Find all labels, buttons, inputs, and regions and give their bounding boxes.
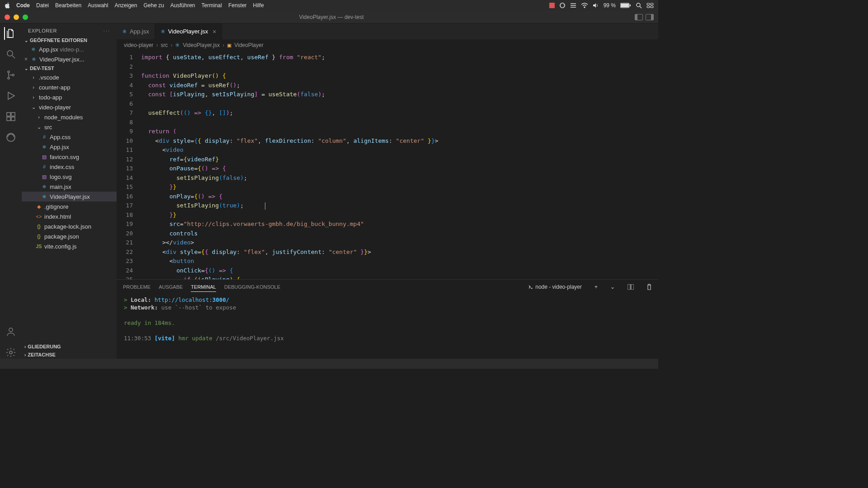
status-control-icon[interactable] [646, 3, 654, 8]
svg-rect-26 [627, 284, 630, 290]
js-file-icon: JS [35, 244, 42, 249]
tab-app[interactable]: ⚛ App.jsx [117, 23, 155, 39]
split-terminal-icon[interactable] [627, 284, 634, 290]
svg-rect-19 [7, 113, 10, 116]
terminal-output[interactable]: > Local: http://localhost:3000/ > Networ… [117, 294, 658, 359]
open-editor-item[interactable]: × ⚛ VideoPlayer.jsx... [22, 54, 117, 64]
source-control-icon[interactable] [5, 69, 17, 81]
svg-rect-27 [631, 284, 634, 290]
outline-header[interactable]: › GLIEDERUNG [22, 343, 117, 351]
menu-selection[interactable]: Auswahl [88, 2, 108, 9]
svg-point-25 [9, 351, 12, 354]
status-battery-icon [620, 3, 631, 8]
code-editor[interactable]: 1234567891011121314151617181920212223242… [117, 51, 658, 279]
menu-window[interactable]: Fenster [228, 2, 247, 9]
close-icon[interactable]: × [24, 56, 28, 62]
react-file-icon: ⚛ [122, 28, 127, 35]
trash-icon[interactable] [646, 284, 652, 290]
settings-gear-icon[interactable] [5, 346, 17, 359]
chevron-down-icon: ⌄ [35, 124, 42, 130]
minimize-window-button[interactable] [14, 14, 19, 20]
remote-icon[interactable] [5, 131, 17, 144]
status-bar[interactable] [0, 359, 658, 369]
menu-run[interactable]: Ausführen [170, 2, 195, 9]
minimap[interactable] [648, 51, 658, 279]
svg-rect-6 [621, 4, 629, 7]
file-item[interactable]: ▨logo.svg [22, 172, 117, 182]
toggle-panel-icon[interactable] [646, 14, 654, 20]
menu-edit[interactable]: Bearbeiten [55, 2, 81, 9]
file-item[interactable]: #App.css [22, 132, 117, 142]
open-editors-header[interactable]: ⌄ GEÖFFNETE EDITOREN [22, 36, 117, 44]
folder-item[interactable]: ›.vscode [22, 72, 117, 82]
search-icon[interactable] [5, 48, 17, 61]
file-item[interactable]: JSvite.config.js [22, 241, 117, 251]
status-rec-icon [549, 3, 555, 8]
react-file-icon: ⚛ [175, 42, 180, 48]
breadcrumb[interactable]: video-player› src› ⚛ VideoPlayer.jsx› ▣ … [117, 39, 658, 51]
tab-videoplayer[interactable]: ⚛ VideoPlayer.jsx × [155, 23, 222, 39]
svg-rect-22 [11, 117, 15, 121]
explorer-sidebar: EXPLORER ··· ⌄ GEÖFFNETE EDITOREN ⚛ App.… [22, 23, 117, 359]
explorer-icon[interactable] [4, 27, 17, 40]
panel-tab-terminal[interactable]: TERMINAL [191, 282, 216, 292]
svg-rect-20 [11, 113, 15, 116]
status-menu-icon [570, 2, 576, 9]
panel-tab-debug[interactable]: DEBUGGING-KONSOLE [224, 282, 280, 291]
file-item[interactable]: #index.css [22, 162, 117, 172]
run-debug-icon[interactable] [5, 89, 17, 102]
folder-item[interactable]: ⌄src [22, 122, 117, 132]
file-item[interactable]: ⚛main.jsx [22, 182, 117, 192]
panel-tab-problems[interactable]: PROBLEME [123, 282, 151, 291]
menu-help[interactable]: Hilfe [253, 2, 264, 9]
extensions-icon[interactable] [5, 110, 17, 123]
close-icon[interactable]: × [212, 28, 216, 35]
explorer-more-icon[interactable]: ··· [104, 28, 110, 33]
menu-terminal[interactable]: Terminal [202, 2, 222, 9]
folder-item[interactable]: ›todo-app [22, 92, 117, 102]
chevron-right-icon: › [30, 84, 37, 90]
line-gutter: 1234567891011121314151617181920212223242… [117, 51, 139, 279]
svg-point-17 [8, 77, 9, 79]
chevron-right-icon: › [30, 94, 37, 100]
bottom-panel: PROBLEME AUSGABE TERMINAL DEBUGGING-KONS… [117, 279, 658, 359]
activity-bar [0, 23, 22, 359]
file-item[interactable]: <>index.html [22, 211, 117, 221]
menu-go[interactable]: Gehe zu [143, 2, 164, 9]
chevron-down-icon: ⌄ [24, 66, 28, 71]
chevron-right-icon: › [24, 344, 26, 349]
account-icon[interactable] [5, 325, 17, 338]
svg-rect-7 [630, 5, 631, 6]
react-file-icon: ⚛ [30, 56, 38, 62]
close-window-button[interactable] [5, 14, 10, 20]
new-terminal-icon[interactable]: + [594, 284, 598, 290]
folder-item[interactable]: ›counter-app [22, 82, 117, 92]
file-item[interactable]: ⚛VideoPlayer.jsx [22, 192, 117, 202]
open-editor-item[interactable]: ⚛ App.jsx video-p... [22, 44, 117, 54]
timeline-header[interactable]: › ZEITACHSE [22, 351, 117, 359]
svg-rect-10 [647, 3, 650, 5]
window-controls[interactable] [5, 14, 28, 20]
file-item[interactable]: ⚛App.jsx [22, 142, 117, 152]
app-name: Code [16, 2, 30, 9]
file-item[interactable]: {}package-lock.json [22, 221, 117, 231]
file-item[interactable]: ▨favicon.svg [22, 152, 117, 162]
file-item[interactable]: ◆.gitignore [22, 202, 117, 211]
menu-file[interactable]: Datei [36, 2, 49, 9]
folder-item[interactable]: ›node_modules [22, 112, 117, 122]
editor-tabs: ⚛ App.jsx ⚛ VideoPlayer.jsx × [117, 23, 658, 39]
code-content[interactable]: import { useState, useEffect, useRef } f… [139, 51, 648, 279]
git-file-icon: ◆ [35, 204, 42, 210]
panel-tab-output[interactable]: AUSGABE [159, 282, 183, 291]
folder-item[interactable]: ⌄video-player [22, 102, 117, 112]
menu-view[interactable]: Anzeigen [114, 2, 137, 9]
terminal-process[interactable]: node - video-player [528, 284, 582, 290]
file-item[interactable]: {}package.json [22, 231, 117, 241]
status-search-icon[interactable] [636, 2, 642, 9]
workspace-header[interactable]: ⌄ DEV-TEST [22, 64, 117, 72]
toggle-sidebar-icon[interactable] [635, 14, 643, 20]
svg-point-24 [9, 328, 13, 332]
react-file-icon: ⚛ [160, 28, 165, 35]
chevron-down-icon[interactable]: ⌄ [610, 284, 615, 290]
maximize-window-button[interactable] [23, 14, 28, 20]
